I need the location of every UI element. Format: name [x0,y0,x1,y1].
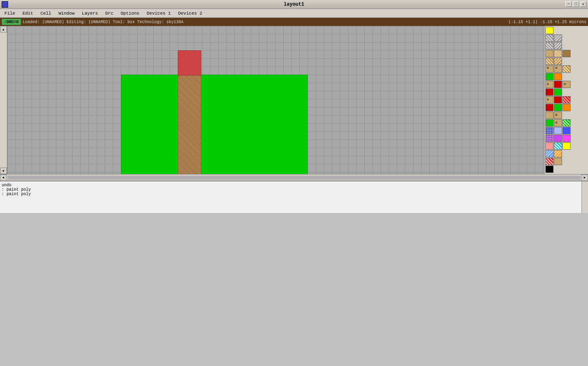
layer-swatch-dot-purple[interactable] [545,135,554,142]
layer-swatch[interactable] [554,58,562,65]
menu-item-layers[interactable]: Layers [78,10,102,17]
scroll-down-button[interactable]: ▼ [0,168,7,174]
layer-swatch[interactable] [554,104,562,111]
canvas-wrapper: ▲ ▼ [0,26,588,174]
layer-swatch-red[interactable] [554,81,562,88]
status-text: Loaded: (UNNAMED) Editing: (UNNAMED) Too… [23,20,507,24]
layer-row [545,73,587,80]
layer-swatch[interactable]: ✕ [562,81,571,88]
layer-swatch-red3[interactable] [554,96,562,103]
menu-item-devices 2[interactable]: Devices 2 [174,10,206,17]
layer-swatch-orange[interactable] [554,73,562,80]
layer-row [545,127,587,134]
layer-swatch[interactable] [545,42,554,50]
console-line: undo [2,183,580,187]
console-output: undo : paint poly : paint poly [0,181,582,213]
shape-green-main[interactable] [121,75,308,174]
layer-swatch-black[interactable] [545,166,554,173]
layer-row [545,42,587,50]
layer-swatch-ltblue[interactable] [554,127,562,134]
menu-item-options[interactable]: Options [117,10,143,17]
layer-swatch[interactable] [545,104,554,111]
menu-item-drc[interactable]: Drc [101,10,117,17]
restore-button[interactable]: □ [573,1,579,7]
layer-row [545,104,587,111]
scroll-track-h[interactable] [7,176,581,180]
layer-row [545,34,587,42]
layer-swatch-tan2[interactable] [554,158,562,165]
layer-swatch-blue[interactable] [562,127,571,134]
layer-swatch[interactable]: ✕ [545,96,554,103]
layer-swatch-red2[interactable] [545,88,554,96]
menu-item-edit[interactable]: Edit [19,10,37,17]
drc-button[interactable]: ✓DRC=0 [2,19,21,25]
layer-swatch-brown[interactable] [562,50,571,57]
layer-swatch-diag-ltblue[interactable] [545,150,554,157]
layer-swatch[interactable] [562,119,571,127]
titlebar: layout1 ─ □ ✕ [0,0,588,9]
shape-red-top[interactable] [178,50,201,75]
window-title: layout1 [284,2,304,7]
menu-item-file[interactable]: File [1,10,19,17]
layer-swatch[interactable] [562,104,571,111]
layer-swatch-stripe-tan[interactable] [554,50,562,57]
console-scrollbar[interactable] [582,181,588,213]
layer-swatch-magenta[interactable] [562,135,571,142]
canvas-area[interactable] [7,26,544,174]
layer-swatch[interactable]: ✕ [554,65,562,73]
minimize-button[interactable]: ─ [565,1,572,7]
layer-swatch[interactable] [554,42,562,50]
layer-swatch-purple[interactable] [554,135,562,142]
close-button[interactable]: ✕ [580,1,586,7]
layer-swatch-diag-cyan[interactable] [554,142,562,150]
layer-swatch-green[interactable] [545,73,554,80]
layer-row: ✕ [545,119,587,127]
layer-swatch[interactable] [562,96,571,103]
menu-item-cell[interactable]: Cell [37,10,55,17]
layer-swatch-pink[interactable] [545,142,554,150]
layer-row [545,135,587,142]
menu-item-devices 1[interactable]: Devices 1 [143,10,174,17]
layer-swatch[interactable] [545,119,554,127]
app-icon [2,1,8,8]
layer-swatch[interactable] [545,112,554,119]
layer-swatch[interactable] [545,34,554,42]
layer-row: ✕ [545,96,587,103]
menu-item-window[interactable]: Window [55,10,78,17]
layer-swatch[interactable] [554,34,562,42]
layer-swatch-diag-red[interactable] [545,158,554,165]
layer-row [545,88,587,96]
layer-swatch[interactable]: ✕ [554,119,562,127]
scroll-up-button[interactable]: ▲ [0,26,7,32]
layer-row [545,166,587,173]
layer-row: ✕ ✕ [545,81,587,88]
statusbar: ✓DRC=0 Loaded: (UNNAMED) Editing: (UNNAM… [0,18,588,26]
layer-row [545,27,587,34]
console-panel: undo : paint poly : paint poly [0,181,588,213]
layer-row: ✕ [545,112,587,119]
window-controls: ─ □ ✕ [565,1,586,7]
layer-row: ✕ ✕ [545,65,587,73]
layer-swatch[interactable] [545,58,554,65]
console-line: : paint poly [2,187,580,192]
layer-row [545,58,587,65]
layer-swatch-green2[interactable] [554,88,562,96]
layer-swatch-yellow2[interactable] [562,142,571,150]
layer-swatch-diag[interactable] [562,65,571,73]
coordinate-text: (-1.15 +1.1) -1.15 +1.25 microns [508,20,586,24]
layer-row [545,142,587,150]
layer-swatch-tan[interactable] [545,50,554,57]
vertical-scrollbar: ▲ ▼ [0,26,7,174]
layer-swatch-yellow[interactable] [545,27,554,34]
layer-swatch[interactable]: ✕ [545,65,554,73]
layer-row [545,158,587,165]
layer-swatch-diag-orange[interactable] [554,150,562,157]
layer-swatch[interactable]: ✕ [554,112,562,119]
layer-row [545,150,587,157]
scroll-left-button[interactable]: ◄ [0,174,6,181]
layer-swatch[interactable]: ✕ [545,81,554,88]
shape-poly-center[interactable] [178,75,201,174]
layer-palette: ✕ ✕ ✕ ✕ ✕ ✕ [544,26,588,174]
layer-swatch-dot-blue[interactable] [545,127,554,134]
scroll-right-button[interactable]: ► [582,174,588,181]
